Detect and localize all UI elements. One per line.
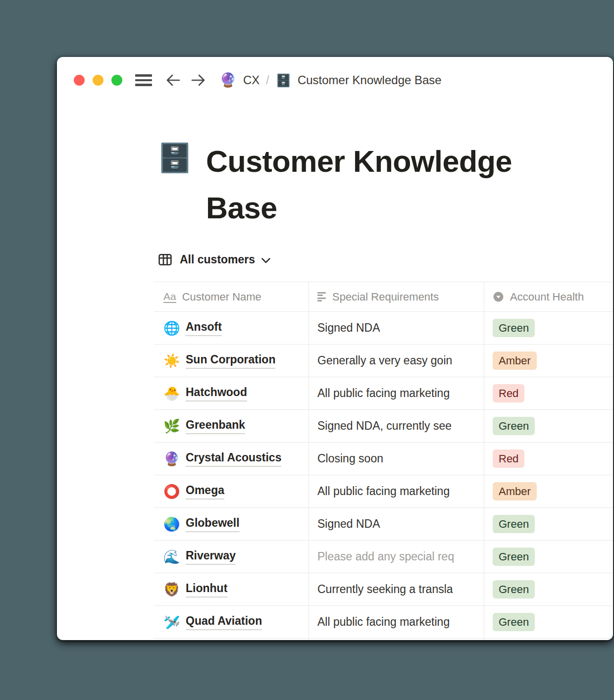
view-name: All customers	[180, 253, 255, 266]
customer-name-cell[interactable]: 🔮 Crystal Acoustics	[154, 443, 309, 475]
customer-name-link[interactable]: Sun Corporation	[186, 353, 275, 369]
table-body: 🌐 Ansoft Signed NDA Green ☀️ Sun Corpora…	[154, 312, 613, 639]
customer-name-link[interactable]: Globewell	[186, 516, 240, 532]
health-badge[interactable]: Amber	[493, 351, 537, 370]
minimize-button[interactable]	[93, 75, 103, 86]
customer-name-link[interactable]: Lionhut	[186, 582, 227, 598]
special-requirements-cell[interactable]: Closing soon	[309, 443, 484, 475]
column-label: Customer Name	[182, 291, 261, 303]
table-row: 🌐 Ansoft Signed NDA Green	[154, 312, 613, 345]
customer-name-link[interactable]: Crystal Acoustics	[186, 451, 281, 467]
account-health-cell[interactable]: Green	[484, 573, 613, 605]
requirements-text: All public facing marketing	[317, 615, 450, 629]
special-requirements-cell[interactable]: Signed NDA, currently see	[309, 410, 484, 442]
health-badge[interactable]: Green	[493, 613, 535, 631]
forward-arrow-icon[interactable]	[191, 73, 206, 87]
account-health-cell[interactable]: Amber	[484, 475, 613, 507]
titlebar: 🔮 CX / 🗄️ Customer Knowledge Base	[57, 57, 613, 88]
customer-name-cell[interactable]: 🛩️ Quad Aviation	[154, 606, 309, 638]
menu-icon[interactable]	[135, 74, 152, 86]
breadcrumb-separator: /	[266, 74, 269, 87]
health-badge[interactable]: Green	[493, 319, 535, 337]
health-badge[interactable]: Green	[493, 417, 535, 435]
health-badge[interactable]: Green	[493, 580, 535, 599]
customer-name-link[interactable]: Omega	[186, 484, 224, 500]
table-view-icon	[158, 253, 172, 266]
chevron-down-icon	[261, 257, 271, 264]
health-badge[interactable]: Green	[493, 515, 535, 533]
table-row: 🌿 Greenbank Signed NDA, currently see Gr…	[154, 410, 613, 443]
special-requirements-cell[interactable]: Signed NDA	[309, 508, 484, 540]
special-requirements-cell[interactable]: All public facing marketing	[309, 606, 484, 638]
special-requirements-cell[interactable]: Generally a very easy goin	[309, 345, 484, 377]
customer-name-link[interactable]: Riverway	[186, 549, 236, 565]
view-selector[interactable]: All customers	[154, 251, 613, 268]
health-badge[interactable]: Red	[493, 384, 524, 402]
page-title-icon[interactable]: 🗄️	[157, 144, 192, 172]
breadcrumb-workspace[interactable]: CX	[243, 73, 259, 87]
customer-icon: 🌏	[163, 517, 179, 531]
customer-name-cell[interactable]: 🌏 Globewell	[154, 508, 309, 540]
page-title-block: 🗄️ Customer Knowledge Base	[154, 138, 613, 231]
account-health-cell[interactable]: Green	[484, 606, 613, 638]
requirements-text: Signed NDA, currently see	[317, 419, 452, 433]
customer-icon: ☀️	[163, 354, 179, 367]
account-health-cell[interactable]: Red	[484, 443, 613, 475]
table-row: 🛩️ Quad Aviation All public facing marke…	[154, 606, 613, 639]
requirements-text: Signed NDA	[317, 321, 380, 335]
customer-name-link[interactable]: Greenbank	[186, 418, 245, 434]
customer-name-cell[interactable]: 🌿 Greenbank	[154, 410, 309, 442]
account-health-cell[interactable]: Green	[484, 508, 613, 540]
table-row: ☀️ Sun Corporation Generally a very easy…	[154, 345, 613, 377]
table-header-row: Aa Customer Name Special Requirements Ac…	[154, 282, 613, 312]
close-button[interactable]	[74, 75, 85, 86]
account-health-cell[interactable]: Green	[484, 410, 613, 442]
customers-table: Aa Customer Name Special Requirements Ac…	[154, 282, 613, 640]
customer-name-cell[interactable]: 🌊 Riverway	[154, 541, 309, 573]
customer-icon: 🌿	[163, 419, 179, 433]
special-requirements-cell[interactable]: All public facing marketing	[309, 475, 484, 507]
account-health-cell[interactable]: Red	[484, 377, 613, 409]
column-header-account-health[interactable]: Account Health	[484, 282, 613, 311]
column-label: Account Health	[510, 291, 584, 303]
page-content: 🗄️ Customer Knowledge Base All customers…	[57, 138, 613, 640]
health-badge[interactable]: Red	[493, 450, 524, 468]
column-header-special-requirements[interactable]: Special Requirements	[309, 282, 484, 311]
customer-name-cell[interactable]: ⭕ Omega	[154, 475, 309, 507]
special-requirements-cell[interactable]: Please add any special req	[309, 541, 484, 573]
table-row: 🦁 Lionhut Currently seeking a transla Gr…	[154, 573, 613, 606]
customer-name-cell[interactable]: ☀️ Sun Corporation	[154, 345, 309, 377]
page-icon-small: 🗄️	[276, 74, 291, 87]
requirements-text: Currently seeking a transla	[317, 583, 453, 596]
special-requirements-cell[interactable]: Currently seeking a transla	[309, 573, 484, 605]
special-requirements-cell[interactable]: Signed NDA	[309, 312, 484, 344]
account-health-cell[interactable]: Amber	[484, 345, 613, 377]
page-title[interactable]: Customer Knowledge Base	[206, 138, 518, 231]
customer-name-link[interactable]: Quad Aviation	[186, 614, 262, 630]
customer-icon: 🐣	[163, 387, 179, 400]
customer-name-link[interactable]: Hatchwood	[186, 386, 247, 401]
table-row: 🌏 Globewell Signed NDA Green	[154, 508, 613, 541]
special-requirements-cell[interactable]: All public facing marketing	[309, 377, 484, 409]
requirements-text: Closing soon	[317, 452, 383, 465]
customer-name-link[interactable]: Ansoft	[186, 320, 222, 336]
requirements-text: Generally a very easy goin	[317, 354, 452, 367]
text-property-icon	[317, 292, 326, 301]
customer-name-cell[interactable]: 🦁 Lionhut	[154, 573, 309, 605]
table-row: 🌊 Riverway Please add any special req Gr…	[154, 541, 613, 573]
breadcrumb-page[interactable]: Customer Knowledge Base	[298, 73, 442, 87]
account-health-cell[interactable]: Green	[484, 312, 613, 344]
requirements-text: Signed NDA	[317, 517, 380, 531]
health-badge[interactable]: Amber	[493, 482, 537, 500]
customer-name-cell[interactable]: 🐣 Hatchwood	[154, 377, 309, 409]
column-header-customer-name[interactable]: Aa Customer Name	[154, 282, 309, 311]
app-window: 🔮 CX / 🗄️ Customer Knowledge Base 🗄️ Cus…	[57, 57, 613, 640]
zoom-button[interactable]	[111, 75, 122, 86]
customer-icon: 🌊	[163, 550, 179, 563]
requirements-text: All public facing marketing	[317, 387, 450, 400]
account-health-cell[interactable]: Green	[484, 541, 613, 573]
customer-name-cell[interactable]: 🌐 Ansoft	[154, 312, 309, 344]
back-arrow-icon[interactable]	[165, 73, 181, 87]
health-badge[interactable]: Green	[493, 548, 535, 566]
customer-icon: 🔮	[163, 452, 179, 465]
